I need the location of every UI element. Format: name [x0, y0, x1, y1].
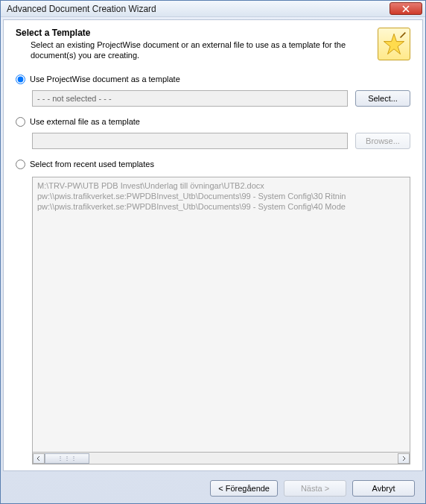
radio-external[interactable]: [16, 117, 25, 127]
external-input-row: Browse...: [32, 133, 410, 149]
recent-list: M:\TRV-PW\UTB PDB Invest\Underlag till ö…: [32, 177, 410, 464]
content-area: Select a Template Select an existing Pro…: [3, 19, 423, 471]
scroll-right-button[interactable]: [398, 453, 410, 464]
wizard-icon: [378, 28, 410, 60]
close-icon: [402, 5, 410, 13]
scroll-left-button[interactable]: [33, 453, 45, 464]
cancel-button[interactable]: Avbryt: [352, 480, 415, 497]
titlebar: Advanced Document Creation Wizard: [1, 1, 425, 17]
option-recent-label: Select from recent used templates: [30, 160, 154, 168]
chevron-right-icon: [401, 456, 406, 461]
wizard-window: Advanced Document Creation Wizard Select…: [0, 0, 426, 504]
external-field[interactable]: [32, 133, 348, 149]
close-button[interactable]: [390, 2, 422, 15]
radio-recent[interactable]: [16, 160, 25, 169]
list-item[interactable]: M:\TRV-PW\UTB PDB Invest\Underlag till ö…: [37, 180, 405, 191]
list-item[interactable]: pw:\\pwis.trafikverket.se:PWPDBInvest_Ut…: [37, 201, 405, 212]
projectwise-input-row: - - - not selected - - - Select...: [32, 90, 410, 107]
svg-line-1: [401, 33, 406, 38]
option-recent[interactable]: Select from recent used templates: [16, 160, 410, 169]
back-button[interactable]: < Föregående: [210, 480, 278, 497]
option-projectwise-label: Use ProjectWise document as a template: [30, 75, 180, 84]
chevron-left-icon: [36, 456, 41, 461]
scroll-track[interactable]: ⋮⋮⋮: [45, 453, 398, 464]
option-external[interactable]: Use external file as a template: [16, 117, 410, 127]
page-description: Select an existing ProjectWise document …: [16, 40, 378, 61]
header: Select a Template Select an existing Pro…: [16, 28, 410, 61]
horizontal-scrollbar[interactable]: ⋮⋮⋮: [32, 453, 410, 464]
browse-button: Browse...: [355, 133, 410, 149]
select-button[interactable]: Select...: [355, 90, 410, 107]
page-title: Select a Template: [16, 28, 378, 38]
radio-projectwise[interactable]: [16, 75, 25, 84]
button-bar: < Föregående Nästa > Avbryt: [1, 473, 425, 503]
option-external-label: Use external file as a template: [30, 117, 140, 126]
next-button: Nästa >: [284, 480, 346, 497]
scroll-thumb[interactable]: ⋮⋮⋮: [45, 453, 89, 464]
option-projectwise[interactable]: Use ProjectWise document as a template: [16, 75, 410, 84]
projectwise-field[interactable]: - - - not selected - - -: [32, 90, 348, 107]
window-title: Advanced Document Creation Wizard: [7, 4, 390, 14]
recent-list-content[interactable]: M:\TRV-PW\UTB PDB Invest\Underlag till ö…: [32, 177, 410, 453]
header-text: Select a Template Select an existing Pro…: [16, 28, 378, 61]
list-item[interactable]: pw:\\pwis.trafikverket.se:PWPDBInvest_Ut…: [37, 191, 405, 201]
